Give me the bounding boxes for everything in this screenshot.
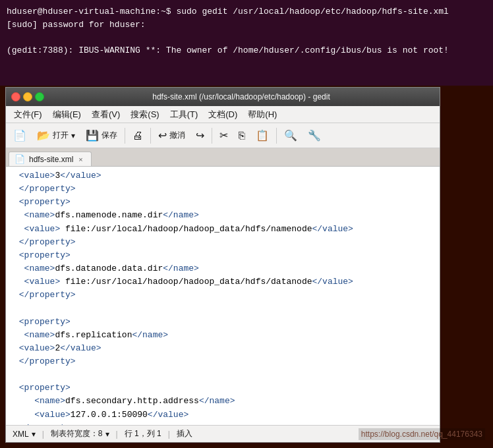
editor-area[interactable]: <value>3</value> </property> <property> … [6,167,440,425]
menu-file[interactable]: 文件(F) [10,107,46,122]
tab-width-status[interactable]: 制表符宽度：8 ▾ [51,428,109,439]
open-button[interactable]: 📂 打开 ▾ [32,126,80,146]
tab-width-arrow: ▾ [105,430,109,439]
find-icon: 🔍 [284,129,297,142]
tab-close-button[interactable]: × [77,155,84,163]
toolbar-sep-3 [212,128,212,144]
toolbar-sep-4 [276,128,277,144]
find-button[interactable]: 🔍 [279,126,302,146]
file-tab-icon: 📄 [14,154,25,164]
open-icon: 📂 [37,129,50,142]
toolbar-sep-2 [150,128,151,144]
title-bar: hdfs-site.xml (/usr/local/hadoop/etc/had… [6,88,440,106]
editor-line: <value>3</value> [6,169,440,182]
menu-tools[interactable]: 工具(T) [166,107,202,122]
editor-line: </property> [6,355,440,368]
open-label: 打开 [53,130,69,141]
position-label: 行 1，列 1 [125,428,161,439]
editor-line: <property> [6,196,440,209]
status-sep-1: | [42,430,44,439]
save-label: 保存 [102,130,117,141]
editor-line [6,302,440,315]
terminal-line-2: [sudo] password for hduser: [7,18,486,32]
menu-bar: 文件(F) 编辑(E) 查看(V) 搜索(S) 工具(T) 文档(D) 帮助(H… [6,106,440,123]
terminal-line-1: hduser@hduser-virtual-machine:~$ sudo ge… [7,5,486,18]
position-status: 行 1，列 1 [125,428,161,439]
terminal: hduser@hduser-virtual-machine:~$ sudo ge… [0,0,493,86]
editor-line [6,368,440,381]
terminal-line-4: (gedit:7388): IBUS-WARNING **: The owner… [7,44,486,57]
tab-width-label: 制表符宽度：8 [51,428,103,439]
editor-line: <value> file:/usr/local/hadoop/hadoop_da… [6,275,440,289]
cut-button[interactable]: ✂ [215,126,233,146]
open-arrow: ▾ [71,131,75,140]
menu-help[interactable]: 帮助(H) [244,107,281,122]
undo-button[interactable]: ↩ 撤消 [154,126,190,146]
editor-line: <value> file:/usr/local/hadoop/hadoop_da… [6,223,440,236]
format-status[interactable]: XML ▾ [13,430,36,439]
minimize-button[interactable] [23,92,32,101]
status-sep-3: | [168,430,170,439]
save-button[interactable]: 💾 保存 [81,126,122,146]
editor-line: </property> [6,422,440,425]
menu-documents[interactable]: 文档(D) [204,107,241,122]
tab-filename: hdfs-site.xml [29,155,73,164]
tab-bar: 📄 hdfs-site.xml × [6,148,440,167]
editor-line: <value>127.0.0.1:50090</value> [6,408,440,422]
print-button[interactable]: 🖨 [128,126,148,146]
menu-search[interactable]: 搜索(S) [127,107,163,122]
menu-edit[interactable]: 编辑(E) [49,107,85,122]
editor-line: <name>dfs.secondary.http.address</name> [6,395,440,408]
editor-line: <value>2</value> [6,342,440,355]
redo-arrow-icon: ↪ [196,129,204,142]
editor-line: <name>dfs.replication</name> [6,329,440,342]
paste-button[interactable]: 📋 [251,126,274,146]
undo-arrow-icon: ↩ [158,129,167,142]
toolbar: 📄 📂 打开 ▾ 💾 保存 🖨 ↩ 撤消 ↪ ✂ ⎘ 📋 [6,123,440,148]
print-icon: 🖨 [132,130,143,142]
redo-button[interactable]: ↪ [191,126,209,146]
editor-line: <name>dfs.datanode.data.dir</name> [6,262,440,275]
undo-label: 撤消 [169,130,185,141]
editor-line: <property> [6,316,440,329]
editor-line: <property> [6,381,440,395]
replace-button[interactable]: 🔧 [303,126,326,146]
mode-status: 插入 [177,428,192,439]
window-title: hdfs-site.xml (/usr/local/hadoop/etc/had… [48,92,434,101]
editor-line: </property> [6,182,440,196]
paste-icon: 📋 [256,129,269,142]
gedit-window: hdfs-site.xml (/usr/local/hadoop/etc/had… [5,87,440,443]
mode-label: 插入 [177,428,192,439]
editor-line: </property> [6,236,440,249]
toolbar-sep-1 [125,128,125,144]
save-icon: 💾 [86,129,99,142]
window-controls [11,92,44,101]
copy-button[interactable]: ⎘ [234,126,250,146]
editor-line: </property> [6,289,440,302]
editor-line: <name>dfs.namenode.name.dir</name> [6,209,440,222]
terminal-line-3 [7,31,486,44]
format-arrow: ▾ [32,430,36,439]
close-button[interactable] [11,92,20,101]
file-tab[interactable]: 📄 hdfs-site.xml × [9,152,92,166]
watermark: https://blog.csdn.net/qq_44176343 [359,428,485,440]
new-button[interactable]: 📄 [9,126,31,146]
editor-line: <property> [6,249,440,262]
format-label: XML [13,430,29,439]
status-sep-2: | [116,430,118,439]
maximize-button[interactable] [35,92,44,101]
new-icon: 📄 [13,129,26,142]
cut-icon: ✂ [219,129,228,142]
menu-view[interactable]: 查看(V) [88,107,124,122]
replace-icon: 🔧 [308,129,321,142]
copy-icon: ⎘ [239,130,245,142]
